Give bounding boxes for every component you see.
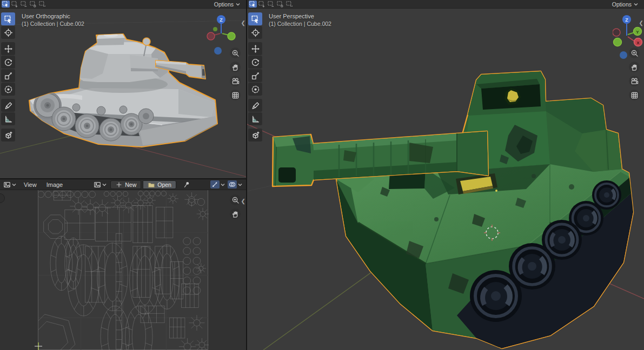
active-object-breadcrumb: (1) Collection | Cube.002	[269, 20, 331, 28]
select-mode-extend-button[interactable]	[11, 1, 19, 8]
select-mode-invert-button[interactable]	[276, 1, 284, 8]
select-mode-group	[249, 1, 294, 8]
select-box-tool-button[interactable]	[248, 12, 262, 25]
zoom-icon[interactable]	[230, 48, 241, 58]
scale-tool-button[interactable]	[248, 69, 262, 82]
measure-tool-button[interactable]	[1, 112, 15, 125]
pan-icon[interactable]	[629, 62, 640, 72]
new-image-label: New	[125, 181, 136, 188]
browse-image-dropdown[interactable]	[92, 180, 108, 189]
svg-text:Z: Z	[220, 17, 223, 23]
pin-icon	[183, 181, 190, 189]
overlays-toggle[interactable]	[228, 180, 243, 189]
toggle-perspective-icon[interactable]	[230, 90, 241, 100]
pan-icon[interactable]	[230, 208, 241, 219]
image-editor-icon	[3, 181, 11, 189]
chevron-down-icon	[235, 2, 241, 7]
chevron-down-icon	[237, 182, 243, 187]
green-tank-model[interactable]	[273, 71, 633, 350]
editor-divider[interactable]	[0, 178, 246, 179]
pin-toggle[interactable]	[182, 180, 191, 189]
open-image-label: Open	[157, 181, 171, 188]
select-mode-extend-button[interactable]	[258, 1, 266, 8]
viewport-orthographic: Options	[0, 0, 246, 178]
uv-nav-icons	[230, 194, 241, 219]
add-cube-tool-button[interactable]	[248, 129, 262, 142]
svg-text:Z: Z	[625, 17, 628, 23]
camera-view-icon[interactable]	[230, 76, 241, 86]
region-collapse-arrow[interactable]: ❮	[639, 21, 643, 26]
transform-tool-button[interactable]	[1, 83, 15, 96]
viewport-nav-icons	[629, 48, 640, 100]
pan-icon[interactable]	[230, 62, 241, 72]
cursor-tool-button[interactable]	[248, 26, 262, 39]
rotate-tool-button[interactable]	[1, 56, 15, 69]
chevron-down-icon	[11, 182, 17, 187]
options-dropdown[interactable]: Options	[212, 1, 243, 8]
view-mode-label: User Perspective	[269, 12, 331, 20]
chevron-down-icon	[220, 182, 225, 187]
image-editor-toolbar-stub[interactable]	[0, 193, 5, 203]
menu-image[interactable]: Image	[43, 180, 67, 189]
chevron-down-icon	[102, 182, 107, 187]
toggle-perspective-icon[interactable]	[629, 90, 640, 100]
annotate-tool-button[interactable]	[1, 99, 15, 112]
select-mode-subtract-button[interactable]	[20, 1, 28, 8]
select-mode-invert-button[interactable]	[29, 1, 37, 8]
zoom-icon[interactable]	[230, 194, 241, 205]
folder-icon	[148, 181, 155, 189]
select-mode-set-button[interactable]	[249, 1, 257, 8]
uv-image-area	[38, 190, 208, 350]
select-mode-group	[2, 1, 47, 8]
add-cube-tool-button[interactable]	[1, 129, 15, 142]
move-tool-button[interactable]	[248, 42, 262, 55]
open-image-button[interactable]: Open	[143, 180, 176, 189]
viewport-toolbar	[1, 12, 15, 142]
active-object-breadcrumb: (1) Collection | Cube.002	[22, 20, 84, 28]
zoom-icon[interactable]	[629, 48, 640, 58]
select-mode-intersect-button[interactable]	[38, 1, 47, 8]
options-dropdown[interactable]: Options	[610, 1, 641, 8]
overlays-icon	[229, 181, 236, 188]
image-editor-header: View Image New Open	[0, 179, 246, 190]
cursor-tool-button[interactable]	[1, 26, 15, 39]
viewport-overlay-text: User Perspective (1) Collection | Cube.0…	[269, 12, 331, 28]
editor-divider[interactable]	[246, 0, 247, 350]
move-tool-button[interactable]	[1, 42, 15, 55]
chevron-down-icon	[633, 2, 639, 7]
select-mode-subtract-button[interactable]	[267, 1, 275, 8]
uv-2d-cursor	[34, 342, 43, 350]
scale-tool-button[interactable]	[1, 69, 15, 82]
blender-window: Options	[0, 0, 644, 350]
image-editor: View Image New Open	[0, 179, 246, 350]
select-mode-set-button[interactable]	[2, 1, 10, 8]
editor-type-dropdown[interactable]	[2, 180, 18, 189]
region-collapse-arrow[interactable]: ❮	[241, 21, 245, 26]
annotate-tool-button[interactable]	[248, 99, 262, 112]
select-mode-intersect-button[interactable]	[286, 1, 294, 8]
view-mode-label: User Orthographic	[22, 12, 84, 20]
options-label: Options	[612, 1, 632, 8]
rotate-tool-button[interactable]	[248, 56, 262, 69]
new-image-button[interactable]: New	[110, 180, 141, 189]
measure-tool-button[interactable]	[248, 112, 262, 125]
svg-text:Y: Y	[636, 30, 639, 35]
browse-image-icon	[94, 181, 101, 189]
select-box-tool-button[interactable]	[1, 12, 15, 25]
tool-settings-bar: Options	[0, 0, 246, 9]
uv-wireframe	[38, 190, 209, 350]
green-tank-scene	[247, 9, 644, 350]
menu-view[interactable]: View	[20, 180, 41, 189]
viewport-overlay-text: User Orthographic (1) Collection | Cube.…	[22, 12, 84, 28]
transform-tool-button[interactable]	[248, 83, 262, 96]
viewport-toolbar	[248, 12, 262, 142]
gizmos-toggle[interactable]	[210, 180, 225, 189]
viewport-canvas[interactable]: User Orthographic (1) Collection | Cube.…	[0, 9, 246, 178]
gray-tank-model[interactable]	[29, 33, 217, 147]
tool-settings-bar: Options	[247, 0, 644, 9]
uv-canvas[interactable]: ❮	[0, 190, 246, 350]
camera-view-icon[interactable]	[629, 76, 640, 86]
region-collapse-arrow[interactable]: ❮	[241, 199, 245, 204]
viewport-canvas[interactable]: User Perspective (1) Collection | Cube.0…	[247, 9, 644, 350]
gizmo-icon	[211, 181, 218, 188]
